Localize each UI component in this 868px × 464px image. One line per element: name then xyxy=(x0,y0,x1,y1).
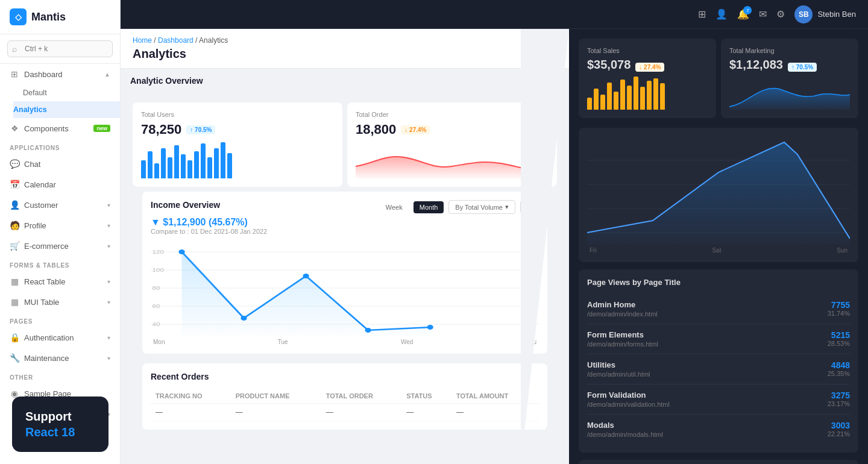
dark-chart-section: Fri Sat Sun xyxy=(579,128,858,262)
sidebar-item-components[interactable]: ❖ Components new xyxy=(0,118,120,139)
pv-pct-2: 25.35% xyxy=(828,370,850,377)
recent-orders-title: Recent Orders xyxy=(151,372,539,381)
other-label: Other xyxy=(0,368,120,383)
sidebar-item-react-table[interactable]: ▦ React Table ▾ xyxy=(0,271,120,292)
income-section: Income Overview ▼ $1,12,900 (45.67%) Com… xyxy=(142,192,547,354)
sidebar-item-analytics[interactable]: Analytics xyxy=(13,101,120,118)
stat-card-users: Total Users 78,250 ↑ 70.5% xyxy=(133,102,342,187)
pv-url-3: /demo/admin/validation.html xyxy=(587,401,670,408)
pv-pct-1: 28.53% xyxy=(828,340,850,347)
btn-volume[interactable]: By Total Volume ▾ xyxy=(448,200,515,214)
chevron-down-icon4: ▾ xyxy=(107,278,110,285)
mail-icon[interactable]: ✉ xyxy=(759,8,767,20)
svg-point-11 xyxy=(241,316,247,321)
forms-tables-label: Forms & Tables xyxy=(0,256,120,271)
sales-label: Total Sales xyxy=(587,47,708,54)
users-label: Total Users xyxy=(141,111,334,118)
svg-text:120: 120 xyxy=(153,249,165,255)
support-popup[interactable]: Support React 18 xyxy=(12,397,108,452)
sidebar-item-chat[interactable]: 💬 Chat xyxy=(0,154,120,174)
marketing-value: $1,12,083 xyxy=(729,58,783,72)
svg-text:40: 40 xyxy=(153,321,160,327)
dark-panel: Total Sales $35,078 ↓ 27.4% xyxy=(569,29,868,464)
chevron-down-icon3: ▾ xyxy=(107,243,110,249)
dark-line-chart xyxy=(587,136,850,245)
pv-value-0: 7755 xyxy=(828,300,850,310)
orders-table: TRACKING NO PRODUCT NAME TOTAL ORDER STA… xyxy=(151,389,539,421)
dark-card-sales: Total Sales $35,078 ↓ 27.4% xyxy=(579,39,716,118)
pv-url-4: /demo/admin/modals.html xyxy=(587,431,663,438)
notification-icon[interactable]: 🔔 7 xyxy=(737,8,749,20)
sidebar-item-customer[interactable]: 👤 Customer ▾ xyxy=(0,195,120,215)
grid-icon[interactable]: ⊞ xyxy=(698,8,706,20)
dark-card-marketing: Total Marketing $1,12,083 ↑ 70.5% xyxy=(721,39,858,118)
orders-badge: ↓ 27.4% xyxy=(401,125,430,134)
page-views-title: Page Views by Page Title xyxy=(587,278,850,287)
marketing-chart xyxy=(729,77,850,110)
support-line2: React 18 xyxy=(25,424,95,440)
svg-point-14 xyxy=(427,325,433,330)
pv-label-4: Modals xyxy=(587,421,663,430)
ecommerce-icon: 🛒 xyxy=(10,241,19,251)
pv-row-2: Utilities /demo/admin/util.html 4848 25.… xyxy=(587,354,850,384)
dashboard-sub-items: Default Analytics xyxy=(0,84,120,118)
chart-days-light: Mon Tue Wed Thu xyxy=(151,339,539,345)
topbar: ⊞ 👤 🔔 7 ✉ ⚙ SB Stebin Ben xyxy=(121,0,868,29)
btn-week[interactable]: Week xyxy=(380,201,409,213)
chevron-down-icon5: ▾ xyxy=(107,299,110,306)
svg-point-12 xyxy=(303,274,309,278)
sidebar-item-authentication[interactable]: 🔒 Authentication ▾ xyxy=(0,327,120,348)
app-name: Mantis xyxy=(31,11,66,24)
income-compare: Compare to : 01 Dec 2021-08 Jan 2022 xyxy=(151,228,267,235)
search-input[interactable] xyxy=(7,40,113,57)
chevron-down-icon2: ▾ xyxy=(107,222,110,229)
main-area: ⊞ 👤 🔔 7 ✉ ⚙ SB Stebin Ben Home / Dashboa… xyxy=(121,0,868,464)
users-chart xyxy=(141,142,334,178)
btn-month[interactable]: Month xyxy=(414,201,444,213)
svg-text:80: 80 xyxy=(153,285,160,291)
btn-download[interactable]: ⬇ xyxy=(520,200,539,214)
pv-value-4: 3003 xyxy=(828,421,850,430)
sidebar-item-mui-table[interactable]: ▦ MUI Table ▾ xyxy=(0,292,120,312)
analytics-cards: Total Users 78,250 ↑ 70.5% xyxy=(121,93,569,192)
sidebar-item-default[interactable]: Default xyxy=(23,84,120,101)
chevron-down-icon: ▾ xyxy=(107,202,110,208)
svg-point-10 xyxy=(178,249,184,254)
pv-value-3: 3275 xyxy=(828,390,850,400)
profile-icon-topbar[interactable]: 👤 xyxy=(715,8,728,20)
col-product: PRODUCT NAME xyxy=(231,389,321,404)
sidebar-item-profile[interactable]: 🧑 Profile ▾ xyxy=(0,215,120,236)
user-name: Stebin Ben xyxy=(817,10,856,19)
page-title: Analytics xyxy=(133,47,557,61)
pv-pct-4: 22.21% xyxy=(828,430,850,437)
applications-label: Applications xyxy=(0,139,120,154)
settings-icon[interactable]: ⚙ xyxy=(776,8,785,20)
stat-card-orders: Total Order 18,800 ↓ 27.4% xyxy=(347,102,557,187)
maintenance-icon: 🔧 xyxy=(10,353,19,363)
users-value: 78,250 xyxy=(141,122,181,137)
search-wrap xyxy=(7,40,113,57)
pv-label-1: Form Elements xyxy=(587,330,658,339)
chart-days-dark: Fri Sat Sun xyxy=(587,247,850,254)
col-amount: TOTAL AMOUNT xyxy=(451,389,539,404)
sidebar-item-maintenance[interactable]: 🔧 Maintenance ▾ xyxy=(0,348,120,368)
sales-value: $35,078 xyxy=(587,58,631,72)
content-wrapper: Home / Dashboard / Analytics Analytics A… xyxy=(121,29,868,464)
notification-badge: 7 xyxy=(743,6,752,14)
sidebar-item-dashboard[interactable]: ⊞ Dashboard ▲ xyxy=(0,64,120,84)
pv-url-2: /demo/admin/util.html xyxy=(587,371,650,378)
breadcrumb-dashboard[interactable]: Dashboard xyxy=(158,36,193,45)
components-icon: ❖ xyxy=(10,124,19,133)
sidebar-item-calendar[interactable]: 📅 Calendar xyxy=(0,174,120,195)
sidebar-item-ecommerce[interactable]: 🛒 E-commerce ▾ xyxy=(0,236,120,256)
income-title: Income Overview xyxy=(151,200,267,210)
income-amount: ▼ $1,12,900 (45.67%) xyxy=(151,217,248,228)
user-profile[interactable]: SB Stebin Ben xyxy=(794,5,856,24)
users-badge: ↑ 70.5% xyxy=(186,125,215,134)
sidebar-logo: ◇ Mantis xyxy=(0,0,120,34)
page-header: Home / Dashboard / Analytics Analytics xyxy=(121,29,569,69)
breadcrumb-home[interactable]: Home xyxy=(133,36,152,45)
light-panel: Home / Dashboard / Analytics Analytics A… xyxy=(121,29,569,464)
col-tracking: TRACKING NO xyxy=(151,389,231,404)
chat-icon: 💬 xyxy=(10,159,19,169)
